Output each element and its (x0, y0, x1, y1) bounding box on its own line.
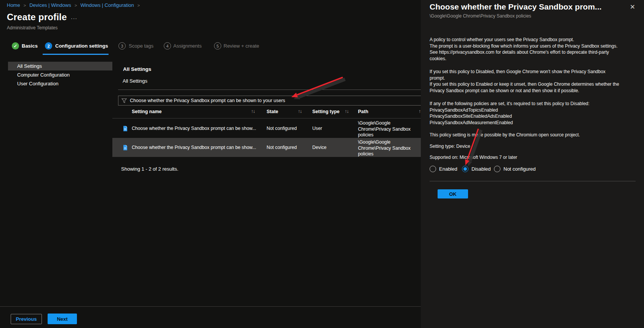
ok-button[interactable]: OK (438, 189, 468, 198)
policy-setting-type: Setting type: Device (430, 143, 643, 150)
breadcrumb-chevron-icon: > (24, 3, 26, 8)
row-state: Not configured (267, 119, 297, 138)
breadcrumb-windows-configuration[interactable]: Windows | Configuration (80, 2, 134, 8)
row-setting-type: Device (312, 138, 326, 157)
panel-title: Choose whether the Privacy Sandbox prom.… (430, 2, 625, 11)
more-menu-icon[interactable]: ··· (71, 15, 77, 21)
breadcrumb-chevron-icon: > (75, 3, 77, 8)
column-path[interactable]: Path (358, 109, 368, 114)
radio-label: Not configured (503, 166, 536, 172)
policy-paragraph: A policy to control whether your users s… (430, 37, 643, 62)
tab-scope-tags[interactable]: Scope tags (129, 43, 153, 49)
results-summary: Showing 1 - 2 of 2 results. (121, 166, 178, 172)
radio-label: Disabled (471, 166, 491, 172)
setting-detail-panel: Choose whether the Privacy Sandbox prom.… (421, 0, 644, 328)
nav-item-computer-configuration[interactable]: Computer Configuration (8, 70, 112, 79)
tab-configuration-settings[interactable]: Configuration settings (55, 43, 108, 49)
separator (112, 118, 421, 118)
policy-description: A policy to control whether your users s… (430, 37, 643, 161)
nav-item-user-configuration[interactable]: User Configuration (8, 79, 112, 88)
table-row[interactable]: Choose whether the Privacy Sandbox promp… (112, 138, 421, 157)
radio-circle-icon (462, 166, 468, 172)
row-state: Not configured (267, 138, 297, 157)
row-path: \Google\Google Chrome\Privacy Sandbox po… (358, 120, 420, 138)
column-setting-name[interactable]: Setting name (132, 109, 162, 114)
radio-circle-icon (494, 166, 500, 172)
sort-icon: ↑ (419, 108, 420, 114)
step-number-badge: 4 (164, 42, 171, 50)
radio-not-configured[interactable]: Not configured (494, 166, 536, 172)
policy-paragraph: This policy setting is made possible by … (430, 132, 643, 138)
active-tab-underline (43, 54, 109, 55)
table-row[interactable]: Choose whether the Privacy Sandbox promp… (112, 119, 421, 138)
document-icon (123, 126, 128, 133)
panel-path: \Google\Google Chrome\Privacy Sandbox po… (430, 13, 531, 19)
radio-circle-icon (430, 166, 436, 172)
separator (0, 306, 421, 307)
document-icon (123, 145, 128, 152)
previous-button[interactable]: Previous (11, 314, 42, 324)
row-path: \Google\Google Chrome\Privacy Sandbox po… (358, 139, 420, 157)
settings-filter-input[interactable]: Choose whether the Privacy Sandbox promp… (118, 96, 421, 106)
step-check-icon: ✓ (12, 42, 19, 50)
breadcrumb-home[interactable]: Home (7, 2, 20, 8)
step-number-badge: 2 (45, 42, 52, 50)
tab-assignments[interactable]: Assignments (173, 43, 201, 49)
policy-paragraph: If any of the following policies are set… (430, 101, 643, 126)
filter-funnel-icon (121, 98, 127, 103)
separator (430, 181, 636, 181)
nav-item-all-settings[interactable]: All Settings (8, 62, 112, 70)
section-subheading: All Settings (123, 78, 147, 84)
sort-icon: ↑↓ (251, 108, 255, 114)
radio-enabled[interactable]: Enabled (430, 166, 457, 172)
policy-supported-on: Supported on: Microsoft Windows 7 or lat… (430, 154, 643, 161)
column-state[interactable]: State (267, 109, 278, 114)
policy-paragraph: If you set this policy to Disabled, then… (430, 69, 643, 94)
close-icon[interactable]: ✕ (630, 3, 635, 11)
column-setting-type[interactable]: Setting type (312, 109, 340, 114)
breadcrumb: Home > Devices | Windows > Windows | Con… (7, 2, 140, 8)
step-number-badge: 5 (214, 42, 221, 50)
separator (118, 90, 421, 90)
tab-basics[interactable]: Basics (22, 43, 38, 49)
breadcrumb-chevron-icon: > (137, 3, 140, 8)
sort-icon: ↑↓ (298, 108, 302, 114)
row-setting-name: Choose whether the Privacy Sandbox promp… (132, 138, 256, 157)
radio-label: Enabled (439, 166, 457, 172)
step-number-badge: 3 (118, 42, 126, 50)
tab-review-create[interactable]: Review + create (224, 43, 259, 49)
row-setting-name: Choose whether the Privacy Sandbox promp… (132, 119, 256, 138)
filter-value: Choose whether the Privacy Sandbox promp… (130, 98, 285, 103)
breadcrumb-devices-windows[interactable]: Devices | Windows (29, 2, 71, 8)
next-button[interactable]: Next (48, 314, 77, 324)
page-subtitle: Administrative Templates (7, 25, 58, 30)
sort-icon: ↑↓ (345, 108, 348, 114)
radio-disabled[interactable]: Disabled (462, 166, 491, 172)
section-heading: All Settings (123, 66, 151, 72)
page-title: Create profile (7, 12, 67, 22)
row-setting-type: User (312, 119, 322, 138)
